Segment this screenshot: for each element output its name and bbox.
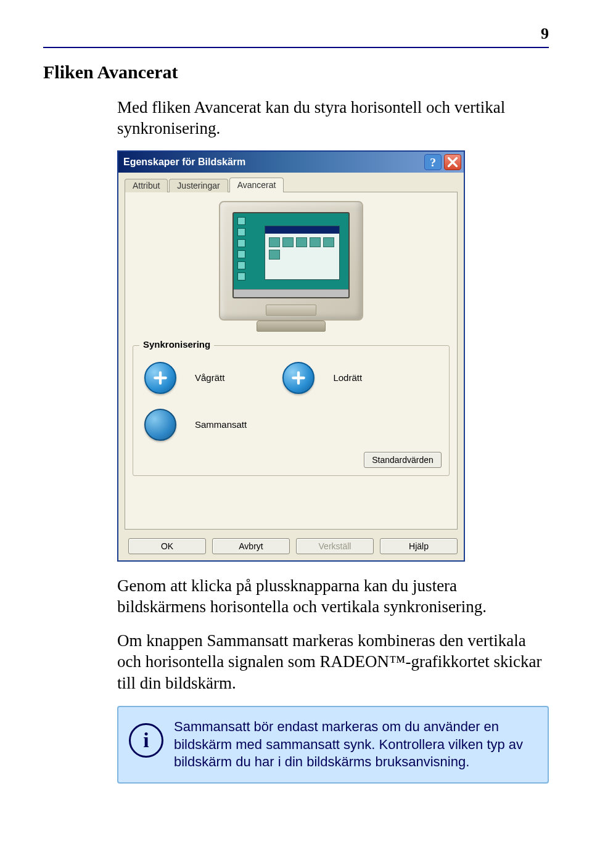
page: 9 Fliken Avancerat Med fliken Avancerat … [0, 0, 592, 821]
cancel-button[interactable]: Avbryt [212, 538, 290, 554]
defaults-row: Standardvärden [141, 452, 442, 468]
composite-toggle-button[interactable] [144, 409, 176, 441]
info-callout: i Sammansatt bör endast markeras om du a… [117, 706, 549, 784]
paragraph-2: Om knappen Sammansatt markeras kombinera… [117, 630, 549, 694]
monitor-illustration [133, 201, 450, 332]
header-rule [43, 47, 549, 48]
info-icon: i [129, 723, 163, 758]
sync-composite-row: Sammansatt [141, 401, 442, 448]
sync-horizontal-row: Vågrätt Lodrätt [141, 354, 442, 401]
page-number-row: 9 [43, 25, 549, 43]
monitor-icon [219, 201, 363, 321]
info-icon-wrap: i [118, 718, 174, 758]
dialog-screenshot: Egenskaper för Bildskärm ? Attribut Just… [117, 150, 549, 562]
intro-paragraph: Med fliken Avancerat kan du styra horiso… [117, 97, 549, 139]
page-number: 9 [541, 25, 549, 43]
close-icon[interactable] [444, 154, 461, 170]
composite-label: Sammansatt [195, 419, 247, 430]
tab-avancerat[interactable]: Avancerat [229, 178, 284, 192]
tab-justeringar[interactable]: Justeringar [169, 179, 228, 192]
titlebar-text: Egenskaper för Bildskärm [123, 157, 422, 168]
info-text: Sammansatt bör endast markeras om du anv… [174, 718, 534, 771]
sync-group-title: Synkronisering [139, 339, 214, 350]
ok-button[interactable]: OK [128, 538, 206, 554]
tab-panel-avancerat: Synkronisering Vågrätt Lodrätt [125, 192, 458, 530]
paragraph-1: Genom att klicka på plussknapparna kan d… [117, 575, 549, 618]
section-title: Fliken Avancerat [43, 62, 549, 83]
help-icon[interactable]: ? [424, 154, 442, 170]
dialog-button-row: OK Avbryt Verkställ Hjälp [125, 538, 458, 554]
properties-dialog: Egenskaper för Bildskärm ? Attribut Just… [117, 150, 465, 562]
help-button[interactable]: Hjälp [380, 538, 458, 554]
tab-attribut[interactable]: Attribut [125, 179, 168, 192]
dialog-body: Attribut Justeringar Avancerat [118, 173, 464, 560]
horizontal-label: Vågrätt [195, 372, 224, 383]
defaults-button[interactable]: Standardvärden [364, 452, 442, 468]
horizontal-plus-button[interactable] [144, 362, 176, 394]
titlebar: Egenskaper för Bildskärm ? [118, 152, 464, 173]
tab-strip: Attribut Justeringar Avancerat [125, 178, 458, 192]
apply-button[interactable]: Verkställ [296, 538, 374, 554]
svg-text:?: ? [430, 155, 436, 168]
vertical-plus-button[interactable] [282, 362, 314, 394]
vertical-label: Lodrätt [333, 372, 362, 383]
sync-group: Synkronisering Vågrätt Lodrätt [133, 345, 450, 476]
